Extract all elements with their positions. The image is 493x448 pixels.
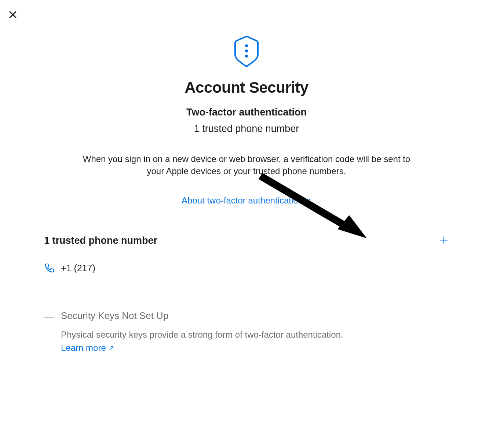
- about-2fa-link[interactable]: About two-factor authentication ↗: [182, 195, 311, 206]
- svg-point-2: [245, 44, 248, 47]
- main-content: Account Security Two-factor authenticati…: [0, 0, 493, 206]
- subtitle: Two-factor authentication: [0, 107, 493, 118]
- close-icon: [8, 10, 17, 20]
- phone-number-row[interactable]: +1 (217): [44, 262, 449, 273]
- trusted-count-text: 1 trusted phone number: [0, 123, 493, 135]
- page-title: Account Security: [0, 79, 493, 96]
- security-keys-row: — Security Keys Not Set Up Physical secu…: [44, 310, 449, 353]
- phone-icon: [44, 262, 55, 273]
- plus-icon: [439, 236, 448, 246]
- about-2fa-link-label: About two-factor authentication: [182, 195, 303, 206]
- phone-number-text: +1 (217): [61, 263, 95, 273]
- external-link-icon: ↗: [108, 344, 114, 352]
- learn-more-label: Learn more: [61, 343, 106, 353]
- add-phone-button[interactable]: [439, 236, 449, 246]
- security-keys-title: Security Keys Not Set Up: [61, 310, 449, 322]
- svg-point-4: [245, 55, 248, 58]
- security-keys-learn-more-link[interactable]: Learn more ↗: [61, 343, 114, 353]
- external-link-icon: ↗: [305, 196, 311, 205]
- trusted-numbers-title: 1 trusted phone number: [44, 235, 157, 246]
- trusted-numbers-section: 1 trusted phone number +1 (217): [0, 235, 493, 273]
- security-keys-content: Security Keys Not Set Up Physical securi…: [61, 310, 449, 353]
- security-keys-description: Physical security keys provide a strong …: [61, 330, 449, 340]
- trusted-numbers-header: 1 trusted phone number: [44, 235, 449, 246]
- description-text: When you sign in on a new device or web …: [81, 153, 412, 177]
- close-button[interactable]: [7, 10, 18, 21]
- dash-icon: —: [44, 310, 53, 324]
- shield-icon: [234, 35, 259, 69]
- svg-point-3: [245, 49, 248, 52]
- security-keys-section: — Security Keys Not Set Up Physical secu…: [0, 310, 493, 353]
